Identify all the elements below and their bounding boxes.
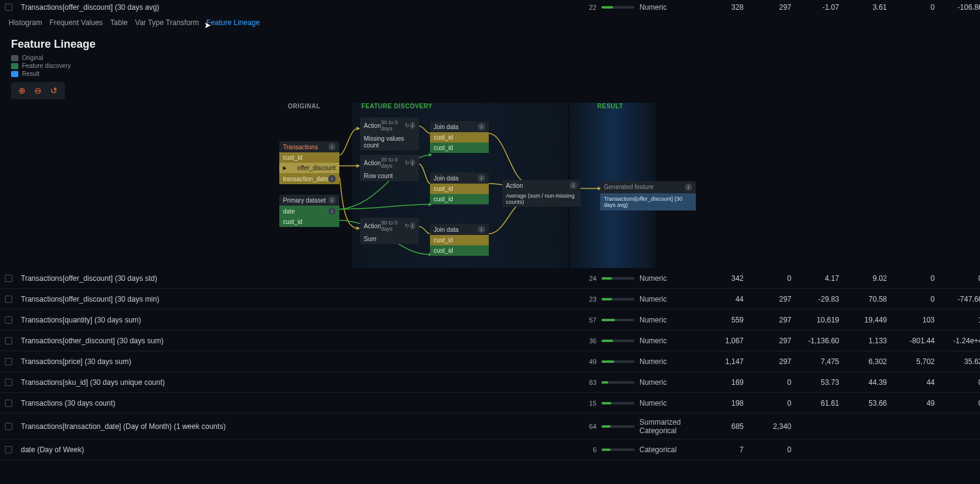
field-transaction-date: transaction_datei [279,173,339,184]
node-action-average[interactable]: Actioni Average (sum / non-missing count… [502,180,581,207]
col-c4: 53.66 [844,399,892,408]
col-type: Summarized Categorical [639,418,701,435]
info-icon[interactable]: i [478,174,485,182]
col-c1: 1,067 [701,337,748,345]
col-c3: 61.61 [796,399,844,408]
col-c4: 9.02 [844,274,892,283]
reset-zoom-icon[interactable]: ↺ [50,86,58,95]
info-icon[interactable]: i [478,226,485,233]
col-c5: -801.44 [892,337,940,345]
col-c3: -29.83 [796,295,844,303]
info-icon[interactable]: i [410,222,415,229]
feature-lineage-panel: Feature Lineage Original Feature discove… [0,31,980,268]
zoom-in-icon[interactable]: ⊕ [18,86,26,95]
node-primary-dataset[interactable]: Primary dataseti datei cust_id [279,195,339,227]
row-checkbox[interactable] [5,379,12,386]
tab-frequent-values[interactable]: Frequent Values [50,18,103,27]
info-icon[interactable]: i [478,123,485,130]
info-icon[interactable]: i [685,184,692,191]
field-cust-id: cust_id [279,152,339,163]
col-c5: 5,702 [892,357,940,366]
feature-row[interactable]: Transactions[price] (30 days sum)49Numer… [0,351,980,372]
col-index: 24 [572,275,597,282]
field-cust-id: cust_id [430,132,489,143]
node-join-1[interactable]: Join datai cust_id cust_id [430,121,489,153]
row-checkbox[interactable] [5,275,12,282]
lineage-graph[interactable]: ORIGINAL FEATURE DISCOVERY RESULT [0,103,980,262]
history-icon: ↻ [405,160,410,166]
column-header-result: RESULT [597,103,623,110]
col-c2: 297 [748,316,796,324]
info-icon[interactable]: i [570,182,577,189]
col-c6: 0 [940,399,980,408]
info-icon[interactable]: i [328,143,336,151]
info-icon[interactable]: i [410,122,415,129]
tab-feature-lineage[interactable]: Feature Lineage [206,18,260,27]
feature-row[interactable]: Transactions[sku_id] (30 days unique cou… [0,372,980,393]
feature-row[interactable]: Transactions[transaction_date] (Day of M… [0,414,980,439]
row-checkbox[interactable] [5,446,12,453]
col-c6: 0 [940,378,980,387]
col-c1: 44 [701,295,748,303]
row-checkbox[interactable] [5,316,12,324]
importance-bar [597,340,639,342]
field-date: datei [279,206,339,217]
col-c4: 70.58 [844,295,892,303]
action-desc: Row count [360,171,419,181]
feature-row[interactable]: Transactions (30 days count)15Numeric198… [0,393,980,414]
feature-row[interactable]: Transactions[offer_discount] (30 days st… [0,268,980,289]
col-c1: 198 [701,399,748,408]
zoom-out-icon[interactable]: ⊖ [34,86,42,95]
tab-var-type-transform[interactable]: Var Type Transform [135,18,199,27]
info-icon[interactable]: i [328,207,336,215]
col-c6: -1.24e+4 [940,337,980,345]
col-c3: -1.07 [796,3,844,12]
col-c1: 685 [701,422,748,431]
row-checkbox[interactable] [5,423,12,430]
node-transactions[interactable]: Transactionsi cust_id ▶offer_discount tr… [279,141,339,184]
info-icon[interactable]: i [328,196,336,204]
field-cust-id: cust_id [430,194,489,204]
node-action-missing-values[interactable]: Action30 to 0 days↻i Missing values coun… [360,117,419,151]
legend-feature-discovery: Feature discovery [11,62,969,69]
row-checkbox[interactable] [5,337,12,344]
node-join-2[interactable]: Join datai cust_id cust_id [430,173,489,204]
feature-row[interactable]: Transactions[other_discount] (30 days su… [0,330,980,351]
column-header-original: ORIGINAL [288,103,320,110]
tab-histogram[interactable]: Histogram [9,18,42,27]
col-c1: 169 [701,378,748,387]
field-cust-id: cust_id [430,143,489,153]
node-join-3[interactable]: Join datai cust_id cust_id [430,224,489,256]
importance-bar [597,6,639,9]
row-checkbox[interactable] [5,296,12,303]
col-c5: 0 [892,274,940,283]
col-type: Categorical [639,445,701,454]
field-cust-id: cust_id [430,184,489,194]
feature-row[interactable]: Transactions[offer_discount] (30 days mi… [0,289,980,310]
col-c5: 0 [892,295,940,303]
info-icon[interactable]: i [410,159,415,166]
node-action-row-count[interactable]: Action30 to 0 days↻i Row count [360,155,419,181]
row-checkbox[interactable] [5,358,12,365]
feature-row[interactable]: date (Day of Week)6Categorical70 [0,439,980,460]
tab-table[interactable]: Table [110,18,128,27]
info-icon[interactable]: i [328,175,336,182]
feature-name: Transactions[other_discount] (30 days su… [21,337,572,345]
col-c4: 19,449 [844,316,892,324]
field-cust-id: cust_id [430,245,489,256]
col-c4: 44.39 [844,378,892,387]
feature-row-selected[interactable]: Transactions[offer_discount] (30 days av… [0,0,980,15]
row-checkbox[interactable] [5,4,12,11]
col-c5: 103 [892,316,940,324]
legend-result: Result [11,70,969,77]
feature-name: Transactions[sku_id] (30 days unique cou… [21,378,572,387]
col-c1: 7 [701,445,748,454]
col-type: Numeric [639,295,701,303]
row-checkbox[interactable] [5,400,12,407]
node-action-sum[interactable]: Action30 to 0 days↻i Sum [360,218,419,244]
importance-bar [597,425,639,428]
feature-row[interactable]: Transactions[quantity] (30 days sum)57Nu… [0,310,980,330]
node-generated-feature[interactable]: Generated featurei Transactions[offer_di… [600,181,696,210]
feature-name: Transactions[quantity] (30 days sum) [21,316,572,324]
importance-bar [597,319,639,321]
